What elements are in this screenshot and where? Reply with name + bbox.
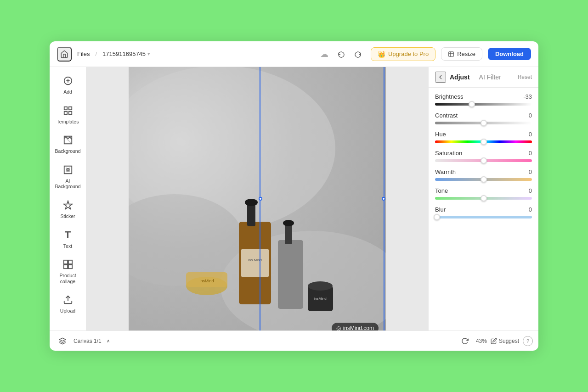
svg-point-23 bbox=[245, 199, 258, 206]
bottom-bar: Canvas 1/1 ∧ 43% Suggest ? bbox=[50, 330, 538, 351]
svg-marker-33 bbox=[59, 338, 65, 341]
svg-rect-26 bbox=[278, 240, 303, 309]
svg-text:insMind: insMind bbox=[199, 279, 214, 283]
tone-label: Tone bbox=[435, 187, 448, 194]
saturation-row: Saturation 0 bbox=[435, 150, 532, 162]
layers-button[interactable] bbox=[55, 334, 70, 348]
ai-background-icon bbox=[62, 163, 74, 176]
panel-sliders: Brightness -33 Contrast 0 bbox=[429, 88, 538, 330]
sidebar-item-ai-background[interactable]: AI Background bbox=[51, 160, 85, 193]
svg-rect-7 bbox=[68, 111, 71, 114]
tone-row: Tone 0 bbox=[435, 187, 532, 200]
svg-rect-27 bbox=[285, 224, 292, 244]
contrast-label: Contrast bbox=[435, 112, 458, 119]
sidebar-item-product-collage[interactable]: Product collage bbox=[51, 254, 85, 288]
svg-rect-24 bbox=[241, 249, 269, 277]
sidebar-item-templates[interactable]: Templates bbox=[51, 101, 85, 129]
filename-chevron: ▾ bbox=[147, 51, 150, 57]
help-button[interactable]: ? bbox=[523, 336, 533, 346]
adjust-tab[interactable]: Adjust bbox=[450, 73, 470, 81]
svg-text:ins Mind: ins Mind bbox=[248, 258, 262, 262]
panel-back-button[interactable] bbox=[435, 72, 446, 83]
watermark: ◎ insMind.com bbox=[332, 323, 379, 330]
blur-value: 0 bbox=[529, 206, 532, 213]
svg-text:insMind: insMind bbox=[314, 297, 327, 301]
files-link[interactable]: Files bbox=[77, 50, 90, 57]
saturation-slider[interactable] bbox=[435, 159, 532, 162]
svg-rect-6 bbox=[64, 111, 67, 114]
watermark-icon: ◎ bbox=[336, 325, 341, 330]
contrast-slider[interactable] bbox=[435, 122, 532, 124]
product-collage-label: Product collage bbox=[53, 273, 83, 284]
watermark-text: insMind.com bbox=[343, 325, 374, 330]
hue-row: Hue 0 bbox=[435, 131, 532, 143]
redo-button[interactable] bbox=[351, 47, 365, 62]
undo-button[interactable] bbox=[334, 47, 349, 62]
brightness-label: Brightness bbox=[435, 93, 463, 100]
blur-slider[interactable] bbox=[435, 216, 532, 218]
text-label: Text bbox=[63, 243, 72, 249]
upgrade-button[interactable]: 👑 Upgrade to Pro bbox=[371, 47, 435, 61]
download-button[interactable]: Download bbox=[488, 48, 531, 60]
reset-button[interactable]: Reset bbox=[518, 74, 532, 80]
templates-icon bbox=[62, 104, 74, 117]
brightness-slider[interactable] bbox=[435, 103, 532, 106]
background-photo: insMind ins Mind bbox=[129, 67, 386, 330]
canvas-area[interactable]: insMind ins Mind bbox=[86, 67, 428, 330]
svg-rect-22 bbox=[247, 203, 255, 226]
canvas-expand-button[interactable]: ∧ bbox=[104, 337, 113, 345]
warmth-row: Warmth 0 bbox=[435, 168, 532, 181]
header: Files / 1715911695745 ▾ ☁ 👑 Upgrade to P… bbox=[50, 41, 538, 67]
warmth-value: 0 bbox=[529, 168, 532, 175]
svg-rect-13 bbox=[68, 265, 72, 269]
contrast-value: 0 bbox=[529, 112, 532, 119]
saturation-value: 0 bbox=[529, 150, 532, 157]
add-icon bbox=[62, 74, 74, 87]
right-panel: Adjust AI Filter Reset Brightness -33 bbox=[428, 67, 538, 330]
hue-slider[interactable] bbox=[435, 140, 532, 143]
resize-button[interactable]: Resize bbox=[441, 47, 482, 61]
canvas[interactable]: insMind ins Mind bbox=[129, 67, 386, 330]
background-label: Background bbox=[55, 148, 80, 154]
product-collage-icon bbox=[62, 258, 74, 271]
sticker-label: Sticker bbox=[60, 213, 75, 219]
sidebar: Add Templates Background bbox=[50, 67, 86, 330]
hue-label: Hue bbox=[435, 131, 446, 138]
svg-rect-10 bbox=[63, 260, 67, 264]
contrast-row: Contrast 0 bbox=[435, 112, 532, 124]
svg-rect-11 bbox=[68, 260, 72, 264]
svg-rect-0 bbox=[449, 51, 454, 56]
refresh-button[interactable] bbox=[458, 334, 472, 348]
text-icon: T bbox=[62, 229, 74, 241]
ai-background-label: AI Background bbox=[53, 178, 83, 190]
suggest-button[interactable]: Suggest bbox=[491, 338, 519, 344]
upload-icon bbox=[62, 293, 74, 306]
warmth-slider[interactable] bbox=[435, 178, 532, 181]
svg-line-8 bbox=[64, 136, 72, 144]
blur-label: Blur bbox=[435, 206, 446, 213]
canvas-info: Canvas 1/1 ∧ bbox=[74, 337, 113, 345]
sidebar-item-background[interactable]: Background bbox=[51, 130, 85, 158]
sticker-icon bbox=[62, 199, 74, 212]
blur-row: Blur 0 bbox=[435, 206, 532, 218]
sidebar-item-sticker[interactable]: Sticker bbox=[51, 195, 85, 223]
templates-label: Templates bbox=[57, 119, 79, 125]
svg-point-30 bbox=[308, 281, 333, 291]
sidebar-item-add[interactable]: Add bbox=[51, 71, 85, 99]
ai-filter-tab[interactable]: AI Filter bbox=[479, 73, 501, 81]
background-icon bbox=[62, 134, 74, 146]
brightness-value: -33 bbox=[523, 93, 532, 100]
suggest-label: Suggest bbox=[499, 338, 519, 344]
home-button[interactable] bbox=[57, 47, 72, 62]
tone-slider[interactable] bbox=[435, 197, 532, 200]
filename-label[interactable]: 1715911695745 ▾ bbox=[102, 50, 150, 57]
saturation-label: Saturation bbox=[435, 150, 462, 157]
canvas-label: Canvas 1/1 bbox=[74, 338, 102, 344]
warmth-label: Warmth bbox=[435, 168, 456, 175]
sidebar-item-text[interactable]: T Text bbox=[51, 225, 85, 253]
tone-value: 0 bbox=[529, 187, 532, 194]
upload-label: Upload bbox=[60, 308, 75, 314]
hue-value: 0 bbox=[529, 131, 532, 138]
svg-rect-4 bbox=[64, 106, 67, 109]
sidebar-item-upload[interactable]: Upload bbox=[51, 290, 85, 318]
